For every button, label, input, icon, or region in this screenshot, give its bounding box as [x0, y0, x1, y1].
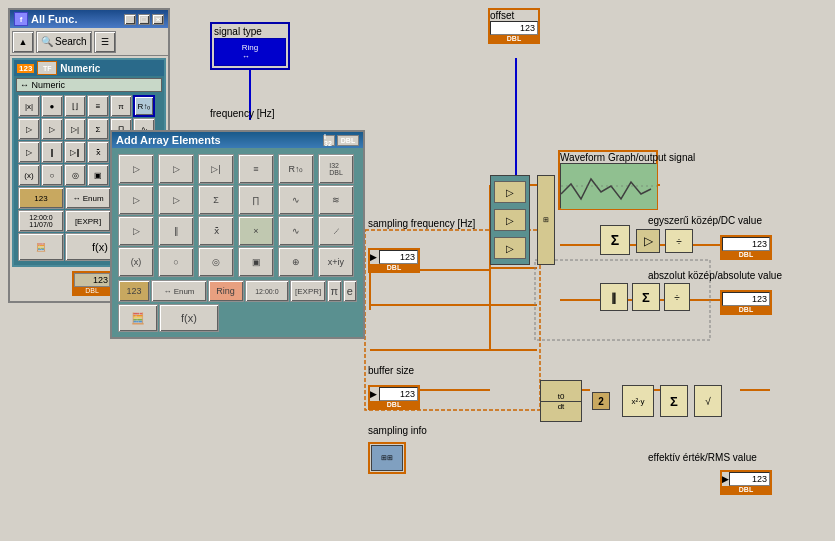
- array-window-controls[interactable]: I 32 DBL: [323, 135, 359, 146]
- search-button[interactable]: 🔍 Search: [36, 31, 92, 53]
- tf-icon: TF: [37, 61, 57, 75]
- arr-btn-14[interactable]: ‖: [158, 216, 194, 246]
- dc-value-label: egyszerű közép/DC value: [648, 215, 762, 226]
- sampling-info-label: sampling info: [368, 425, 427, 436]
- p1[interactable]: ▷: [18, 141, 40, 163]
- signal-type-display: Ring↔: [214, 38, 286, 66]
- arr-bottom-1[interactable]: 123: [118, 280, 150, 302]
- q1[interactable]: (x): [18, 164, 40, 186]
- array-button-grid: ▷ ▷ ▷| ≡ R↑₀ I32DBL ▷ ▷ Σ ∏ ∿ ≋ ▷ ‖ x̄ ×…: [112, 148, 363, 337]
- arr-bottom-e[interactable]: e: [343, 280, 357, 302]
- arr-grid: ▷ ▷ ▷| ≡ R↑₀ I32DBL ▷ ▷ Σ ∏ ∿ ≋ ▷ ‖ x̄ ×…: [115, 151, 360, 280]
- arr-btn-6[interactable]: I32DBL: [318, 154, 354, 184]
- tri-block-dc: ▷: [636, 229, 660, 253]
- arr-btn-21[interactable]: ◎: [198, 247, 234, 277]
- round-btn[interactable]: ●: [41, 95, 63, 117]
- const-2: 2: [592, 392, 610, 410]
- arr-btn-3[interactable]: ▷|: [198, 154, 234, 184]
- menu-button[interactable]: ☰: [94, 31, 116, 53]
- tri-1[interactable]: ▷: [18, 118, 40, 140]
- trunc-btn[interactable]: ⌊⌋: [64, 95, 86, 117]
- arr-btn-11[interactable]: ∿: [278, 185, 314, 215]
- dc-value-display: 123: [722, 237, 770, 251]
- arr-calc[interactable]: 🧮: [118, 304, 158, 332]
- p4[interactable]: x̄: [87, 141, 109, 163]
- array-window-title-text: Add Array Elements: [116, 134, 221, 146]
- arr-btn-13[interactable]: ▷: [118, 216, 154, 246]
- signal-type-control[interactable]: signal type Ring↔: [210, 22, 290, 70]
- arr-btn-20[interactable]: ○: [158, 247, 194, 277]
- arr-btn-23[interactable]: ⊕: [278, 247, 314, 277]
- graph-display: [560, 163, 656, 208]
- p3[interactable]: ▷‖: [64, 141, 86, 163]
- maximize-button[interactable]: □: [138, 14, 150, 25]
- q3[interactable]: ◎: [64, 164, 86, 186]
- q4[interactable]: ▣: [87, 164, 109, 186]
- time-btn[interactable]: 12:00:011/07/0: [18, 210, 64, 232]
- arr-btn-9[interactable]: Σ: [198, 185, 234, 215]
- arr-btn-19[interactable]: (x): [118, 247, 154, 277]
- arr-btn-10[interactable]: ∏: [238, 185, 274, 215]
- left-cluster: ▷ ▷ ▷: [490, 175, 530, 265]
- window-controls[interactable]: _ □ ×: [124, 14, 164, 25]
- numeric-label-arrow: ↔ Numeric: [20, 80, 65, 90]
- abs-btn[interactable]: |x|: [18, 95, 40, 117]
- offset-display-row: 123: [490, 21, 538, 35]
- arr-btn-4[interactable]: ≡: [238, 154, 274, 184]
- tri-3[interactable]: ▷|: [64, 118, 86, 140]
- back-button[interactable]: ▲: [12, 31, 34, 53]
- block-diagram: f All Func. _ □ × ▲ 🔍 Search ☰ 123 TF Nu…: [0, 0, 835, 541]
- close-button[interactable]: ×: [152, 14, 164, 25]
- arr-bottom-5[interactable]: [EXPR]: [290, 280, 326, 302]
- arr-btn-2[interactable]: ▷: [158, 154, 194, 184]
- palette-title-bar: f All Func. _ □ ×: [10, 10, 168, 28]
- abs-block: ‖: [600, 283, 628, 311]
- arr-btn-7[interactable]: ▷: [118, 185, 154, 215]
- scale-btn[interactable]: ≡: [87, 95, 109, 117]
- arr-btn-8[interactable]: ▷: [158, 185, 194, 215]
- arr-btn-24[interactable]: x+iy: [318, 247, 354, 277]
- num-indicator-small: 123 DBL: [72, 271, 112, 296]
- cluster-item-2: ▷: [494, 209, 526, 231]
- expr-btn[interactable]: [EXPR]: [65, 210, 111, 232]
- merge-block: ⊞: [537, 175, 555, 265]
- arr-btn-16[interactable]: ×: [238, 216, 274, 246]
- arr-bottom-3[interactable]: Ring: [208, 280, 244, 302]
- const-2-value: 2: [598, 396, 604, 407]
- q2[interactable]: ○: [41, 164, 63, 186]
- random-btn[interactable]: R↑₀: [133, 95, 155, 117]
- arr-btn-22[interactable]: ▣: [238, 247, 274, 277]
- dt-label: dt: [541, 401, 581, 411]
- buffer-value: 123: [379, 387, 418, 401]
- offset-control[interactable]: offset 123 DBL: [488, 8, 540, 44]
- num-const-btn[interactable]: 123: [18, 187, 64, 209]
- p2[interactable]: ‖: [41, 141, 63, 163]
- sampling-freq-control[interactable]: ▶ 123 DBL: [368, 248, 420, 273]
- rms-block-1: x²·y: [622, 385, 654, 417]
- rms-dbl: DBL: [722, 486, 770, 493]
- arr-btn-5[interactable]: R↑₀: [278, 154, 314, 184]
- arr-bottom-row: 123 ↔ Enum Ring 12:00:0 [EXPR] π e: [115, 280, 360, 304]
- arr-btn-18[interactable]: ⟋: [318, 216, 354, 246]
- graph-svg: [561, 164, 657, 209]
- numeric-header: 123 TF Numeric: [14, 60, 164, 76]
- numeric-label-item: ↔ Numeric: [16, 78, 162, 92]
- enum-btn[interactable]: ↔ Enum: [65, 187, 111, 209]
- sigma-btn[interactable]: Σ: [87, 118, 109, 140]
- tri-2[interactable]: ▷: [41, 118, 63, 140]
- sigma-block-dc: Σ: [600, 225, 630, 255]
- arr-bottom-2[interactable]: ↔ Enum: [151, 280, 206, 302]
- minimize-button[interactable]: _: [124, 14, 136, 25]
- arr-bottom-pi[interactable]: π: [327, 280, 341, 302]
- buffer-size-control[interactable]: ▶ 123 DBL: [368, 385, 420, 410]
- rms-control: ▶ 123 DBL: [720, 470, 772, 495]
- offset-label: offset: [490, 10, 538, 21]
- arr-btn-17[interactable]: ∿: [278, 216, 314, 246]
- pi-btn[interactable]: π: [110, 95, 132, 117]
- arr-bottom-4[interactable]: 12:00:0: [245, 280, 290, 302]
- arr-btn-1[interactable]: ▷: [118, 154, 154, 184]
- arr-formula[interactable]: f(x): [159, 304, 219, 332]
- calc-btn[interactable]: 🧮: [18, 233, 64, 261]
- arr-btn-15[interactable]: x̄: [198, 216, 234, 246]
- arr-btn-12[interactable]: ≋: [318, 185, 354, 215]
